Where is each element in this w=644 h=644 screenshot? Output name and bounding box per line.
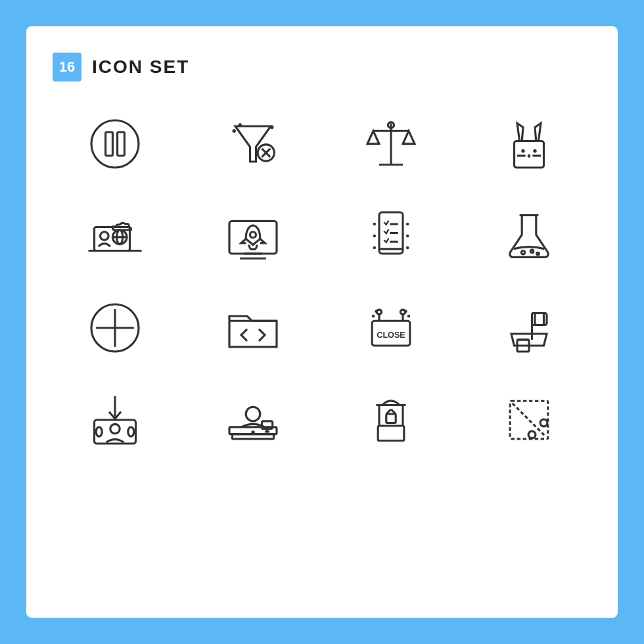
header-number: 16	[53, 53, 81, 81]
svg-rect-77	[378, 426, 404, 441]
mobile-checklist-icon	[329, 200, 453, 272]
svg-point-86	[540, 419, 547, 426]
svg-point-39	[406, 235, 409, 238]
svg-point-5	[270, 126, 273, 129]
svg-point-58	[404, 310, 407, 313]
icon-grid: CLOSE	[53, 108, 591, 456]
svg-point-85	[528, 431, 536, 438]
medical-reception-icon	[191, 384, 315, 456]
svg-point-71	[246, 407, 260, 421]
svg-point-57	[407, 315, 411, 318]
paint-tools-icon	[467, 292, 591, 364]
bunny-toy-icon	[467, 108, 591, 180]
svg-point-36	[373, 235, 377, 238]
code-folder-icon	[191, 292, 315, 364]
svg-point-55	[372, 315, 375, 318]
crop-tool-icon	[467, 384, 591, 456]
online-profile-icon	[53, 200, 177, 272]
money-down-icon	[53, 384, 177, 456]
svg-point-35	[373, 223, 377, 226]
svg-point-3	[233, 129, 236, 133]
filter-remove-icon	[191, 108, 315, 180]
svg-point-67	[128, 427, 134, 436]
rocket-launch-icon	[191, 200, 315, 272]
svg-point-40	[406, 246, 409, 250]
svg-point-22	[101, 232, 109, 241]
svg-point-43	[530, 250, 534, 253]
svg-point-4	[239, 124, 242, 127]
header: 16 ICON SET	[53, 53, 591, 81]
close-sign-icon: CLOSE	[329, 292, 453, 364]
svg-point-44	[537, 252, 540, 255]
pause-button-icon	[53, 108, 177, 180]
svg-point-29	[250, 232, 256, 238]
svg-rect-2	[118, 132, 125, 156]
chemistry-flask-icon	[467, 200, 591, 272]
svg-rect-1	[106, 132, 113, 156]
svg-rect-60	[535, 313, 547, 325]
svg-point-56	[375, 310, 378, 313]
svg-point-0	[91, 120, 139, 168]
svg-point-42	[521, 251, 524, 254]
circle-cross-icon	[53, 292, 177, 364]
svg-point-66	[96, 427, 102, 436]
svg-rect-70	[233, 434, 274, 439]
well-structure-icon	[329, 384, 453, 456]
header-title: ICON SET	[92, 57, 189, 78]
justice-scales-icon	[329, 108, 453, 180]
svg-text:CLOSE: CLOSE	[377, 331, 405, 340]
svg-point-16	[521, 149, 524, 152]
svg-point-17	[533, 149, 536, 152]
svg-point-38	[406, 223, 409, 226]
svg-point-65	[110, 424, 120, 433]
svg-rect-81	[386, 414, 396, 423]
svg-point-37	[373, 246, 377, 250]
card: 16 ICON SET	[26, 26, 618, 618]
